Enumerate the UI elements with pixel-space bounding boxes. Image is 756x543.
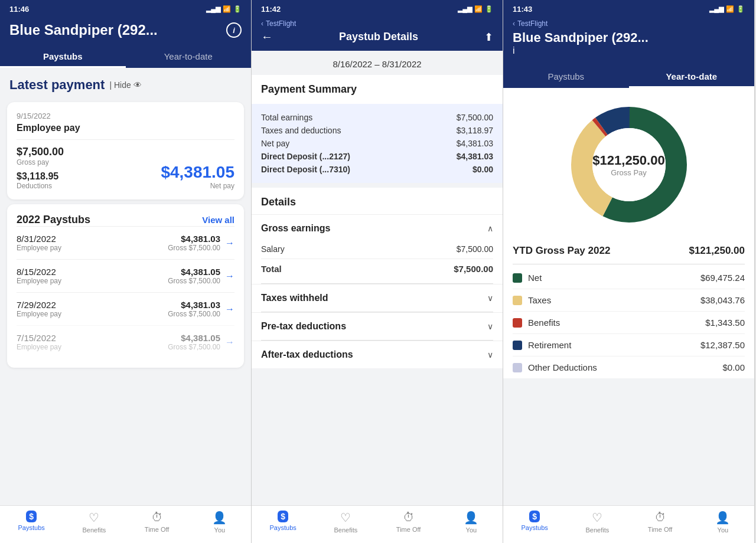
bottom-tab-benefits-3[interactable]: ♡ Benefits bbox=[566, 511, 628, 534]
ytd-content[interactable]: $121,250.00 Gross Pay YTD Gross Pay 2022… bbox=[503, 88, 754, 505]
testflight-text-3: TestFlight bbox=[517, 19, 548, 28]
back-button-2[interactable]: ← bbox=[261, 30, 273, 44]
legend-name-other: Other Deductions bbox=[528, 362, 597, 372]
legend-name-taxes: Taxes bbox=[528, 295, 551, 305]
ytd-total-row: YTD Gross Pay 2022 $121,250.00 bbox=[513, 245, 745, 264]
legend-row-other: Other Deductions $0.00 bbox=[513, 356, 745, 378]
bt-label-you-2: You bbox=[466, 526, 477, 534]
ps-amount-2: $4,381.03 bbox=[168, 300, 220, 310]
gross-label: Gross pay bbox=[17, 158, 64, 166]
donut-container: $121,250.00 Gross Pay bbox=[503, 88, 754, 235]
clock-icon-1: ⏱ bbox=[151, 511, 163, 524]
bottom-bar-1: $ Paystubs ♡ Benefits ⏱ Time Off 👤 You bbox=[0, 505, 251, 543]
ps-type-0: Employee pay bbox=[17, 244, 61, 252]
status-bar-3: 11:43 ▂▄▆ 📶 🔋 bbox=[503, 0, 754, 17]
paystub-row-3[interactable]: 7/15/2022 Employee pay $4,381.05 Gross $… bbox=[17, 325, 234, 358]
arrow-icon-3: → bbox=[225, 337, 234, 348]
panel-paystub-detail: 11:42 ▂▄▆ 📶 🔋 ‹ TestFlight ← Paystub Det… bbox=[252, 0, 503, 543]
aftertax-deductions-row[interactable]: After-tax deductions ∨ bbox=[252, 341, 503, 368]
app-title-1: Blue Sandpiper (292... bbox=[9, 22, 158, 38]
tab-ytd-1[interactable]: Year-to-date bbox=[126, 45, 252, 68]
bottom-tab-timeoff-2[interactable]: ⏱ Time Off bbox=[377, 511, 440, 534]
arrow-icon-2: → bbox=[225, 304, 234, 315]
legend-left-net: Net bbox=[513, 273, 542, 283]
legend-val-taxes: $38,043.76 bbox=[700, 295, 745, 305]
bottom-tab-timeoff-3[interactable]: ⏱ Time Off bbox=[629, 511, 692, 534]
ps-left-1: 8/15/2022 Employee pay bbox=[17, 267, 61, 285]
status-bar-1: 11:46 ▂▄▆ 📶 🔋 bbox=[0, 0, 251, 17]
bt-label-you-1: You bbox=[214, 526, 226, 534]
info-icon-1[interactable]: i bbox=[226, 22, 242, 38]
status-icons-1: ▂▄▆ 📶 🔋 bbox=[206, 5, 242, 13]
testflight-link-2[interactable]: ‹ TestFlight bbox=[261, 19, 493, 30]
person-icon-1: 👤 bbox=[212, 511, 227, 525]
paystub-row-2[interactable]: 7/29/2022 Employee pay $4,381.03 Gross $… bbox=[17, 292, 234, 325]
donut-amount: $121,250.00 bbox=[592, 153, 664, 168]
legend-left-benefits: Benefits bbox=[513, 318, 560, 328]
tab-paystubs-3[interactable]: Paystubs bbox=[503, 66, 629, 88]
panel-paystubs-list: 11:46 ▂▄▆ 📶 🔋 Blue Sandpiper (292... i P… bbox=[0, 0, 252, 543]
bottom-tab-benefits-1[interactable]: ♡ Benefits bbox=[63, 511, 125, 534]
hide-link[interactable]: | Hide 👁 bbox=[109, 80, 141, 90]
paystubs-header: 2022 Paystubs View all bbox=[17, 214, 234, 226]
net-pay-amount: $4,381.05 bbox=[161, 163, 234, 182]
details-label: Details bbox=[252, 188, 503, 214]
latest-payment-card: 9/15/2022 Employee pay $7,500.00 Gross p… bbox=[7, 102, 244, 199]
ps-type-3: Employee pay bbox=[17, 343, 61, 351]
share-icon-2[interactable]: ⬆ bbox=[484, 31, 493, 44]
bt-label-timeoff-1: Time Off bbox=[145, 526, 170, 533]
chevron-up-icon: ∧ bbox=[487, 224, 493, 233]
total-label: Total bbox=[261, 264, 282, 274]
aftertax-deductions-label: After-tax deductions bbox=[261, 349, 353, 360]
view-all-button[interactable]: View all bbox=[202, 215, 234, 225]
bottom-tab-you-2[interactable]: 👤 You bbox=[440, 511, 503, 534]
ps-gross-0: Gross $7,500.00 bbox=[168, 244, 220, 252]
paystub-row-1[interactable]: 8/15/2022 Employee pay $4,381.05 Gross $… bbox=[17, 259, 234, 292]
date-range: 8/16/2022 – 8/31/2022 bbox=[252, 51, 503, 75]
time-2: 11:42 bbox=[261, 5, 281, 14]
bt-label-timeoff-2: Time Off bbox=[396, 526, 421, 533]
detail-title: Paystub Details bbox=[273, 31, 484, 43]
signal-icon-3: ▂▄▆ bbox=[709, 5, 724, 13]
bottom-tab-paystubs-3[interactable]: $ Paystubs bbox=[503, 511, 566, 534]
pay-amounts: $7,500.00 Gross pay $3,118.95 Deductions… bbox=[17, 146, 234, 190]
scroll-content-1[interactable]: Latest payment | Hide 👁 9/15/2022 Employ… bbox=[0, 68, 251, 505]
tab-paystubs-1[interactable]: Paystubs bbox=[0, 45, 126, 68]
gross-earnings-row[interactable]: Gross earnings ∧ bbox=[252, 214, 503, 242]
ytd-legend: YTD Gross Pay 2022 $121,250.00 Net $69,4… bbox=[503, 235, 754, 378]
pretax-deductions-row[interactable]: Pre-tax deductions ∨ bbox=[252, 312, 503, 340]
detail-scroll[interactable]: 8/16/2022 – 8/31/2022 Payment Summary To… bbox=[252, 51, 503, 505]
paystub-row-0[interactable]: 8/31/2022 Employee pay $4,381.03 Gross $… bbox=[17, 226, 234, 259]
battery-icon-3: 🔋 bbox=[737, 5, 745, 13]
battery-icon-2: 🔋 bbox=[485, 5, 493, 13]
salary-row: Salary $7,500.00 bbox=[261, 242, 493, 256]
detail-nav-row: ← Paystub Details ⬆ bbox=[261, 30, 493, 44]
legend-val-retirement: $12,387.50 bbox=[700, 340, 745, 350]
paystubs-icon-2: $ bbox=[278, 511, 288, 522]
bottom-tab-you-3[interactable]: 👤 You bbox=[692, 511, 754, 534]
tabs-3: Paystubs Year-to-date bbox=[503, 66, 754, 88]
tab-ytd-3[interactable]: Year-to-date bbox=[629, 66, 755, 88]
bottom-tab-paystubs-1[interactable]: $ Paystubs bbox=[0, 511, 63, 534]
legend-row-taxes: Taxes $38,043.76 bbox=[513, 289, 745, 312]
ps-left-0: 8/31/2022 Employee pay bbox=[17, 234, 61, 252]
ps-date-1: 8/15/2022 bbox=[17, 267, 61, 277]
bottom-tab-you-1[interactable]: 👤 You bbox=[188, 511, 251, 534]
info-icon-3[interactable]: i bbox=[513, 45, 745, 56]
nav-header-3: ‹ TestFlight Blue Sandpiper (292... i bbox=[503, 17, 754, 66]
bottom-tab-benefits-2[interactable]: ♡ Benefits bbox=[314, 511, 377, 534]
taxes-withheld-row[interactable]: Taxes withheld ∨ bbox=[252, 284, 503, 312]
bt-label-benefits-3: Benefits bbox=[586, 526, 610, 534]
ps-right-0: $4,381.03 Gross $7,500.00 → bbox=[168, 234, 234, 252]
bottom-tab-paystubs-2[interactable]: $ Paystubs bbox=[252, 511, 314, 534]
bottom-tab-timeoff-1[interactable]: ⏱ Time Off bbox=[126, 511, 188, 534]
bottom-bar-3: $ Paystubs ♡ Benefits ⏱ Time Off 👤 You bbox=[503, 505, 754, 543]
testflight-link-3[interactable]: ‹ TestFlight bbox=[513, 19, 745, 30]
clock-icon-3: ⏱ bbox=[654, 511, 666, 524]
summary-row-2: Net pay $4,381.03 bbox=[261, 137, 493, 150]
ps-right-3: $4,381.05 Gross $7,500.00 → bbox=[168, 333, 234, 351]
summary-row-3: Direct Deposit (...2127) $4,381.03 bbox=[261, 150, 493, 163]
latest-title-text: Latest payment bbox=[9, 77, 105, 93]
ytd-total-label: YTD Gross Pay 2022 bbox=[513, 245, 610, 257]
ps-type-1: Employee pay bbox=[17, 277, 61, 285]
